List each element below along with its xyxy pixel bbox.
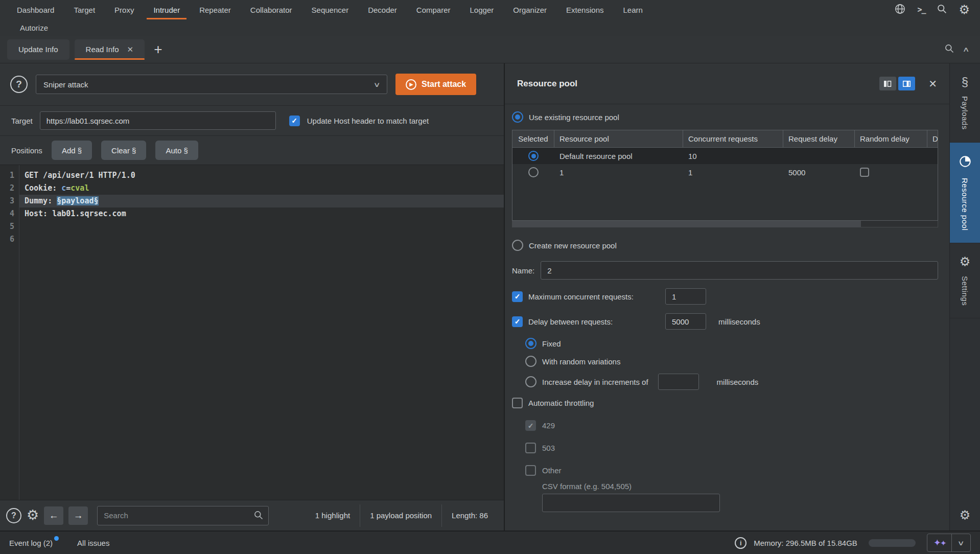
checkbox-unchecked-icon[interactable] [860, 168, 869, 177]
menu-organizer[interactable]: Organizer [503, 0, 556, 19]
status-other-label: Other [542, 466, 562, 475]
start-attack-button[interactable]: ▶ Start attack [395, 74, 476, 95]
attack-type-select[interactable]: Sniper attack ∨ [36, 75, 387, 94]
col-random-delay[interactable]: Random delay [855, 130, 927, 147]
radio-selected-icon[interactable] [512, 111, 523, 123]
menu-decoder[interactable]: Decoder [358, 0, 407, 19]
request-editor[interactable]: 1 2 3 4 5 6 GET /api/user/1 HTTP/1.0 Coo… [0, 165, 504, 500]
tab-read-info[interactable]: Read Info ✕ [75, 39, 145, 60]
resource-pool-panel: Resource pool ✕ Use existing resource po… [505, 63, 949, 530]
pool-name-input[interactable] [541, 261, 938, 280]
auto-payload-marker-button[interactable]: Auto § [155, 141, 198, 160]
radio-selected-icon[interactable] [528, 151, 539, 161]
payload-position-marker[interactable]: §payload§ [57, 196, 98, 205]
line-number: 4 [0, 207, 14, 220]
menu-intruder[interactable]: Intruder [144, 0, 190, 19]
radio-unselected-icon[interactable] [525, 376, 536, 387]
intruder-side-rail: § Payloads Resource pool ⚙ Settings ⚙ [949, 63, 980, 530]
menu-proxy[interactable]: Proxy [105, 0, 144, 19]
radio-unselected-icon[interactable] [528, 167, 539, 177]
intruder-settings-gear-icon[interactable]: ⚙ [960, 508, 971, 522]
tab-update-info[interactable]: Update Info [7, 39, 69, 60]
status-503-checkbox: ✓ [525, 443, 536, 453]
col-selected[interactable]: Selected [512, 130, 554, 147]
delay-input[interactable] [665, 313, 706, 330]
use-existing-pool-option[interactable]: Use existing resource pool [512, 111, 938, 123]
col-concurrent-requests[interactable]: Concurrent requests [683, 130, 783, 147]
globe-icon[interactable] [894, 3, 906, 16]
table-horizontal-scrollbar[interactable] [512, 221, 938, 227]
search-icon[interactable] [944, 43, 954, 55]
event-log-link[interactable]: Event log (2) [9, 539, 57, 547]
menu-comparer[interactable]: Comparer [407, 0, 460, 19]
increase-delay-option[interactable]: Increase delay in increments of millisec… [525, 374, 938, 390]
info-icon[interactable]: i [735, 537, 746, 549]
terminal-icon[interactable]: >_ [917, 5, 925, 14]
col-delay-truncated[interactable]: Dela [927, 130, 938, 147]
target-url-input[interactable] [40, 111, 276, 130]
menu-collaborator[interactable]: Collaborator [241, 0, 302, 19]
max-concurrent-checkbox[interactable]: ✓ [512, 291, 523, 302]
scrollbar-thumb[interactable] [512, 221, 861, 227]
rail-tab-payloads[interactable]: § Payloads [950, 63, 980, 143]
help-icon[interactable]: ? [6, 508, 21, 523]
chevron-down-icon[interactable]: ∨ [952, 539, 970, 547]
search-icon[interactable] [937, 4, 947, 16]
ai-sparkles-icon[interactable]: ✦✦ [927, 537, 952, 548]
clear-payload-marker-button[interactable]: Clear § [101, 141, 146, 160]
next-match-button[interactable]: → [68, 506, 88, 525]
menu-repeater[interactable]: Repeater [190, 0, 241, 19]
settings-gear-icon[interactable]: ⚙ [959, 4, 970, 16]
table-row[interactable]: 1 1 5000 [512, 164, 938, 180]
col-resource-pool[interactable]: Resource pool [554, 130, 683, 147]
delay-between-requests-row: ✓ Delay between requests: milliseconds [512, 313, 938, 330]
max-concurrent-input[interactable] [665, 288, 706, 305]
layout-columns-icon[interactable] [879, 77, 896, 90]
menu-logger[interactable]: Logger [460, 0, 504, 19]
delay-checkbox[interactable]: ✓ [512, 316, 523, 327]
radio-selected-icon[interactable] [525, 338, 536, 349]
fixed-delay-option[interactable]: Fixed [525, 338, 938, 349]
menu-sequencer[interactable]: Sequencer [302, 0, 359, 19]
menu-learn[interactable]: Learn [613, 0, 652, 19]
radio-unselected-icon[interactable] [525, 356, 536, 367]
pool-name-cell: 1 [554, 168, 683, 177]
table-row[interactable]: Default resource pool 10 [512, 148, 938, 164]
update-host-label: Update Host header to match target [307, 117, 429, 125]
prev-match-button[interactable]: ← [44, 506, 63, 525]
close-panel-icon[interactable]: ✕ [928, 78, 937, 90]
line-number: 5 [0, 220, 14, 233]
add-tab-button[interactable]: + [154, 42, 162, 57]
create-new-pool-option[interactable]: Create new resource pool [512, 240, 938, 251]
editor-search-input[interactable] [97, 506, 269, 525]
milliseconds-label: milliseconds [717, 378, 759, 386]
radio-unselected-icon[interactable] [512, 240, 523, 251]
automatic-throttling-row[interactable]: ✓ Automatic throttling [512, 398, 938, 408]
rail-tab-label: Payloads [961, 96, 969, 130]
add-payload-marker-button[interactable]: Add § [52, 141, 92, 160]
layout-split-icon[interactable] [898, 77, 915, 90]
request-code[interactable]: GET /api/user/1 HTTP/1.0 Cookie: c=cval … [19, 165, 504, 500]
rail-tab-resource-pool[interactable]: Resource pool [950, 143, 980, 243]
line-number: 1 [0, 169, 14, 182]
automatic-throttling-checkbox[interactable]: ✓ [512, 398, 523, 408]
increase-delay-input[interactable] [658, 374, 699, 390]
collapse-up-icon[interactable]: ∧ [963, 45, 970, 53]
close-tab-icon[interactable]: ✕ [127, 45, 134, 54]
menu-target[interactable]: Target [64, 0, 105, 19]
update-host-checkbox[interactable]: ✓ [289, 116, 300, 126]
menu-autorize[interactable]: Autorize [17, 24, 51, 32]
rail-tab-settings[interactable]: ⚙ Settings [950, 243, 980, 318]
random-variations-option[interactable]: With random variations [525, 356, 938, 367]
col-request-delay[interactable]: Request delay [783, 130, 855, 147]
all-issues-link[interactable]: All issues [77, 539, 109, 547]
editor-settings-gear-icon[interactable]: ⚙ [27, 509, 39, 522]
help-icon[interactable]: ? [10, 76, 28, 93]
csv-format-label: CSV format (e.g. 504,505) [542, 482, 938, 491]
menu-extensions[interactable]: Extensions [556, 0, 613, 19]
menu-dashboard[interactable]: Dashboard [7, 0, 64, 19]
csv-format-input[interactable] [542, 494, 720, 512]
code-line-5 [19, 220, 504, 233]
target-row: Target ✓ Update Host header to match tar… [0, 106, 504, 135]
menubar-icons: >_ ⚙ [894, 0, 973, 19]
